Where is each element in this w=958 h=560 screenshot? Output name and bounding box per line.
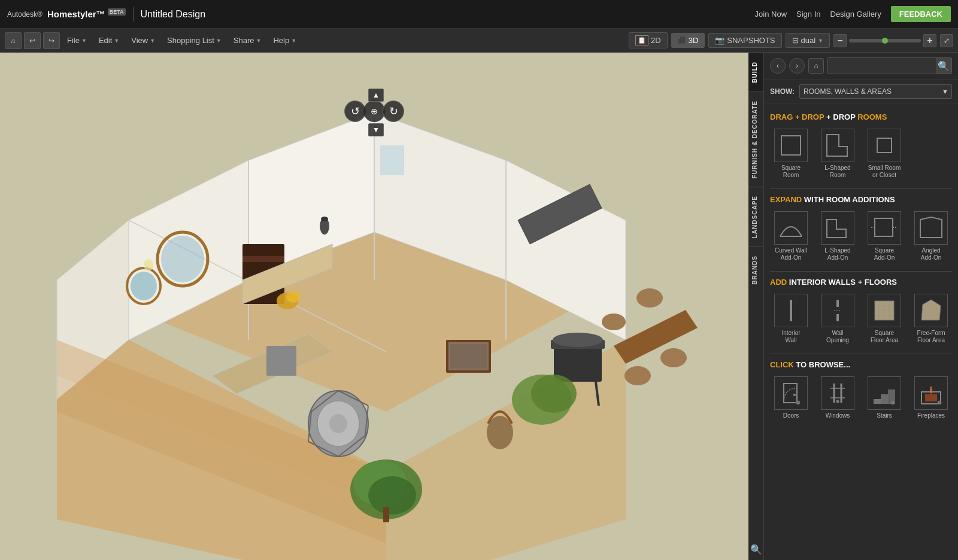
- show-dropdown[interactable]: ROOMS, WALLS & AREAS FLOORS ONLY ALL: [799, 84, 952, 99]
- zoom-in-button[interactable]: +: [923, 34, 936, 47]
- svg-rect-36: [383, 507, 389, 522]
- pan-down-button[interactable]: ▼: [368, 123, 384, 136]
- floor-square-item[interactable]: SquareFloor Area: [863, 294, 905, 344]
- fullscreen-button[interactable]: ⤢: [940, 34, 953, 47]
- center-view-button[interactable]: ⊕: [363, 101, 385, 122]
- svg-rect-65: [875, 218, 893, 236]
- drag-drop-section-title: DRAG + DROP + DROP ROOMS: [770, 112, 952, 121]
- panel-main: ‹ › ⌂ 🔍 SHOW: ROOMS, WALLS & AREAS FLOOR…: [764, 53, 958, 560]
- edit-menu-arrow: ▼: [114, 38, 119, 44]
- l-shaped-room-item[interactable]: L-ShapedRoom: [817, 129, 859, 179]
- svg-point-26: [329, 414, 347, 433]
- svg-point-92: [837, 401, 838, 402]
- section-divider-2: [770, 271, 952, 272]
- redo-button[interactable]: ↪: [43, 32, 60, 49]
- logo-area: Autodesk® Homestyler™ BETA: [7, 9, 126, 19]
- pan-up-button[interactable]: ▲: [368, 89, 384, 102]
- panel-search-bar: 🔍: [827, 57, 952, 74]
- right-sidebar: BUILD FURNISH & DECORATE LANDSCAPE BRAND…: [748, 53, 958, 560]
- panel-search-button[interactable]: 🔍: [936, 58, 951, 74]
- windows-item[interactable]: Windows: [817, 376, 859, 419]
- magnifier-icon: 🔍: [750, 544, 762, 555]
- sidebar-tab-furnish[interactable]: FURNISH & DECORATE: [748, 92, 763, 187]
- viewport[interactable]: ↺ ⊕ ↻ ▲ ▼: [0, 53, 748, 560]
- curved-wall-item[interactable]: Curved WallAdd-On: [770, 211, 812, 261]
- down-arrow-icon: ▼: [372, 126, 380, 134]
- doors-icon: [774, 376, 808, 410]
- view-2d-icon: 📋: [635, 35, 648, 45]
- sidebar-search-icon-button[interactable]: 🔍: [748, 539, 763, 560]
- panel-back-button[interactable]: ‹: [770, 58, 786, 74]
- browse-section-title: CLICK TO BROWSE...: [770, 360, 952, 369]
- undo-button[interactable]: ↩: [24, 32, 41, 49]
- stairs-item[interactable]: Stairs: [863, 376, 905, 419]
- square-room-item[interactable]: SquareRoom: [770, 129, 812, 179]
- rotate-left-icon: ↺: [351, 105, 360, 118]
- panel-search-input[interactable]: [828, 59, 936, 72]
- sidebar-tab-brands[interactable]: BRANDS: [748, 246, 763, 293]
- svg-rect-93: [874, 399, 881, 404]
- svg-point-58: [487, 416, 513, 449]
- menu-bar: ⌂ ↩ ↪ File ▼ Edit ▼ View ▼ Shopping List…: [0, 29, 958, 53]
- interior-wall-item[interactable]: InteriorWall: [770, 294, 812, 344]
- square-addon-item[interactable]: SquareAdd-On: [863, 211, 905, 261]
- view-2d-button[interactable]: 📋 2D: [629, 32, 668, 48]
- rotate-left-button[interactable]: ↺: [344, 101, 366, 122]
- expand-section-title: EXPAND WITH ROOM ADDITIONS: [770, 195, 952, 204]
- shopping-list-menu[interactable]: Shopping List ▼: [162, 34, 226, 47]
- shopping-list-arrow: ▼: [216, 38, 222, 44]
- panel-home-button[interactable]: ⌂: [808, 58, 824, 74]
- svg-rect-52: [450, 344, 487, 369]
- angled-addon-item[interactable]: AngledAdd-On: [910, 211, 952, 261]
- svg-marker-61: [827, 135, 847, 156]
- fireplaces-item[interactable]: Fireplaces: [910, 376, 952, 419]
- small-room-icon: [868, 129, 901, 162]
- svg-point-84: [793, 394, 796, 396]
- join-now-link[interactable]: Join Now: [755, 10, 787, 19]
- navigation-controls: ↺ ⊕ ↻ ▲ ▼: [338, 89, 410, 136]
- homestyler-logo: Homestyler™ BETA: [47, 9, 126, 19]
- angled-addon-icon: [914, 211, 948, 245]
- view-3d-button[interactable]: ⬛ 3D: [671, 33, 705, 48]
- svg-point-44: [660, 348, 687, 367]
- sidebar-tab-landscape[interactable]: LANDSCAPE: [748, 187, 763, 246]
- panel-forward-button[interactable]: ›: [789, 58, 805, 74]
- design-gallery-link[interactable]: Design Gallery: [830, 10, 881, 19]
- sign-in-link[interactable]: Sign In: [796, 10, 820, 19]
- home-icon-button[interactable]: ⌂: [5, 32, 22, 49]
- show-label: SHOW:: [770, 87, 795, 96]
- rotate-right-icon: ↻: [389, 105, 398, 118]
- design-title: Untitled Design: [141, 9, 206, 20]
- dual-view-button[interactable]: ⊟ dual ▼: [786, 33, 830, 48]
- svg-point-86: [798, 402, 799, 404]
- help-menu-arrow: ▼: [291, 38, 296, 44]
- curved-wall-label: Curved WallAdd-On: [775, 247, 807, 261]
- zoom-controls: − +: [833, 34, 936, 47]
- square-addon-icon: [868, 211, 901, 245]
- svg-marker-68: [920, 217, 942, 238]
- edit-menu[interactable]: Edit ▼: [94, 34, 124, 47]
- doors-item[interactable]: Doors: [770, 376, 812, 419]
- panel-content: DRAG + DROP + DROP ROOMS SquareRoom: [764, 104, 958, 560]
- windows-label: Windows: [826, 412, 850, 419]
- share-menu[interactable]: Share ▼: [229, 34, 266, 47]
- stairs-icon: [868, 376, 901, 410]
- file-menu[interactable]: File ▼: [62, 34, 92, 47]
- rotate-right-button[interactable]: ↻: [383, 101, 404, 122]
- sidebar-tab-build[interactable]: BUILD: [748, 53, 763, 92]
- interior-wall-icon: [774, 294, 808, 327]
- small-room-item[interactable]: Small Roomor Closet: [863, 129, 905, 179]
- floor-freeform-item[interactable]: Free-FormFloor Area: [910, 294, 952, 344]
- wall-opening-item[interactable]: WallOpening: [817, 294, 859, 344]
- zoom-out-button[interactable]: −: [833, 34, 847, 47]
- svg-point-48: [531, 375, 577, 413]
- l-shaped-room-icon: [821, 129, 854, 162]
- l-addon-item[interactable]: L-ShapedAdd-On: [817, 211, 859, 261]
- view-menu[interactable]: View ▼: [126, 34, 160, 47]
- zoom-slider[interactable]: [849, 39, 921, 42]
- help-menu[interactable]: Help ▼: [268, 34, 301, 47]
- snapshots-button[interactable]: 📷 SNAPSHOTS: [708, 33, 781, 48]
- feedback-button[interactable]: FEEDBACK: [891, 6, 951, 22]
- svg-point-57: [321, 217, 328, 221]
- panel-nav-row: ‹ › ⌂ 🔍: [764, 53, 958, 80]
